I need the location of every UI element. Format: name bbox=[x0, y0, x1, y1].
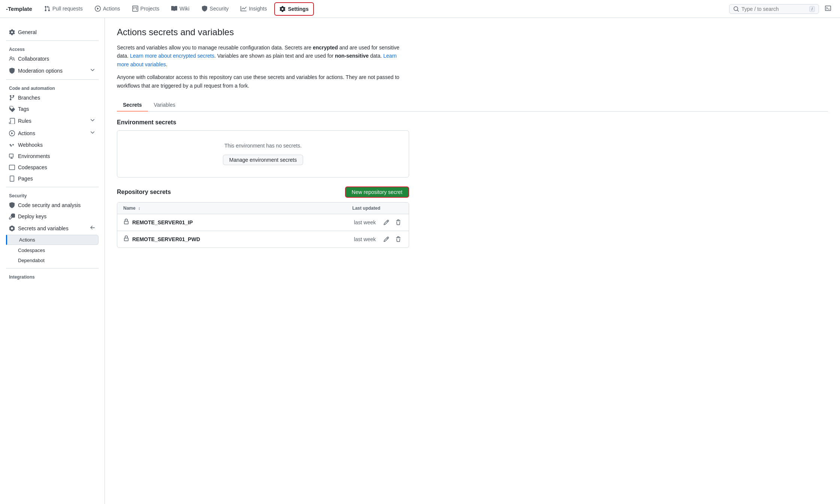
secret-actions-1 bbox=[382, 218, 403, 227]
insights-icon bbox=[241, 6, 247, 12]
sidebar-sub-dependabot-label: Dependabot bbox=[18, 258, 45, 263]
desc-text-4: data. bbox=[370, 53, 382, 59]
tab-security-label: Security bbox=[210, 6, 229, 12]
secret-name-text-1: REMOTE_SERVER01_IP bbox=[132, 219, 193, 225]
tab-wiki[interactable]: Wiki bbox=[165, 0, 195, 18]
codesecurity-icon bbox=[9, 202, 15, 208]
manage-env-secrets-button[interactable]: Manage environment secrets bbox=[223, 155, 303, 165]
tab-secrets[interactable]: Secrets bbox=[117, 99, 148, 112]
sidebar-sub-codespaces-label: Codespaces bbox=[18, 248, 45, 253]
top-nav: -Template Pull requests Actions bbox=[0, 0, 840, 18]
new-repo-secret-button[interactable]: New repository secret bbox=[345, 186, 409, 198]
codespaces-sidebar-icon bbox=[9, 164, 15, 170]
repo-secrets-header: Repository secrets New repository secret bbox=[117, 186, 409, 198]
desc-text-1: Secrets and variables allow you to manag… bbox=[117, 45, 311, 51]
content-tabs: Secrets Variables bbox=[117, 99, 828, 112]
sidebar-section-code: Code and automation bbox=[6, 83, 99, 92]
sidebar-item-webhooks[interactable]: Webhooks bbox=[6, 140, 99, 150]
desc-bold-1: encrypted bbox=[313, 45, 338, 51]
page-title: Actions secrets and variables bbox=[117, 27, 828, 37]
secret-name-text-2: REMOTE_SERVER01_PWD bbox=[132, 236, 200, 242]
search-bar[interactable]: / bbox=[729, 4, 819, 14]
sidebar-sub-item-actions[interactable]: Actions bbox=[6, 235, 99, 245]
sidebar-sub-actions-label: Actions bbox=[19, 237, 35, 243]
sidebar-pages-label: Pages bbox=[18, 176, 33, 182]
people-icon bbox=[9, 56, 15, 62]
secret-updated-2: last week bbox=[331, 236, 376, 242]
sidebar-item-codespaces[interactable]: Codespaces bbox=[6, 162, 99, 173]
branch-icon bbox=[9, 95, 15, 101]
secret-actions-2 bbox=[382, 235, 403, 244]
actions-nav-icon bbox=[95, 6, 101, 12]
tab-security[interactable]: Security bbox=[196, 0, 235, 18]
sidebar-sub-item-codespaces[interactable]: Codespaces bbox=[6, 246, 99, 255]
sidebar-item-deploy-keys[interactable]: Deploy keys bbox=[6, 211, 99, 222]
tab-variables[interactable]: Variables bbox=[148, 99, 181, 112]
tag-icon bbox=[9, 106, 15, 112]
sidebar-general-label: General bbox=[18, 29, 37, 35]
link-encrypted-secrets[interactable]: Learn more about encrypted secrets bbox=[130, 53, 214, 59]
sidebar-collaborators-label: Collaborators bbox=[18, 56, 49, 62]
sidebar-item-collaborators[interactable]: Collaborators bbox=[6, 54, 99, 64]
sidebar-item-tags[interactable]: Tags bbox=[6, 104, 99, 114]
delete-secret-2-button[interactable] bbox=[394, 235, 403, 244]
tab-actions-label: Actions bbox=[103, 6, 120, 12]
sidebar-sub-item-dependabot[interactable]: Dependabot bbox=[6, 256, 99, 265]
sidebar-item-secrets[interactable]: Secrets and variables bbox=[6, 222, 99, 234]
tab-pull-requests[interactable]: Pull requests bbox=[38, 0, 89, 18]
tab-settings[interactable]: Settings bbox=[274, 2, 314, 16]
env-secrets-empty-text: This environment has no secrets. bbox=[129, 143, 397, 149]
sidebar-item-environments[interactable]: Environments bbox=[6, 151, 99, 161]
sidebar-item-actions[interactable]: Actions bbox=[6, 127, 99, 139]
sidebar-item-code-security[interactable]: Code security and analysis bbox=[6, 200, 99, 210]
terminal-icon[interactable] bbox=[822, 4, 834, 14]
tab-actions[interactable]: Actions bbox=[89, 0, 126, 18]
edit-secret-2-button[interactable] bbox=[382, 235, 391, 244]
pr-icon bbox=[44, 6, 50, 12]
sidebar-environments-label: Environments bbox=[18, 153, 50, 159]
sidebar-branches-label: Branches bbox=[18, 95, 40, 101]
tab-projects[interactable]: Projects bbox=[126, 0, 166, 18]
table-row: REMOTE_SERVER01_PWD last week bbox=[117, 231, 409, 248]
sidebar-item-general[interactable]: General bbox=[6, 27, 99, 37]
sidebar-item-pages[interactable]: Pages bbox=[6, 173, 99, 184]
sidebar: General Access Collaborators Moderation … bbox=[0, 18, 105, 504]
nav-tabs: Pull requests Actions Projects bbox=[38, 0, 315, 18]
sidebar-code-security-label: Code security and analysis bbox=[18, 202, 81, 208]
content-area: Actions secrets and variables Secrets an… bbox=[105, 18, 840, 504]
chevron-secrets-icon bbox=[90, 225, 96, 232]
sidebar-item-moderation[interactable]: Moderation options bbox=[6, 65, 99, 76]
webhook-icon bbox=[9, 142, 15, 148]
repo-secrets-title: Repository secrets bbox=[117, 189, 171, 195]
chevron-rules-icon bbox=[90, 117, 96, 124]
sidebar-deploy-keys-label: Deploy keys bbox=[18, 213, 46, 219]
desc-text-3: Variables are shown as plain text and ar… bbox=[217, 53, 333, 59]
gear-icon bbox=[9, 29, 15, 35]
main-layout: General Access Collaborators Moderation … bbox=[0, 18, 840, 504]
sort-icon[interactable]: ↕ bbox=[138, 206, 140, 210]
sidebar-webhooks-label: Webhooks bbox=[18, 142, 43, 148]
sidebar-item-rules[interactable]: Rules bbox=[6, 115, 99, 127]
env-secrets-box: This environment has no secrets. Manage … bbox=[117, 130, 409, 177]
pages-icon bbox=[9, 176, 15, 182]
edit-secret-1-button[interactable] bbox=[382, 218, 391, 227]
sidebar-tags-label: Tags bbox=[18, 106, 29, 112]
tab-insights[interactable]: Insights bbox=[235, 0, 273, 18]
sidebar-actions-label: Actions bbox=[18, 130, 35, 136]
delete-secret-1-button[interactable] bbox=[394, 218, 403, 227]
desc-bold-2: non-sensitive bbox=[335, 53, 369, 59]
actions-sidebar-icon bbox=[9, 130, 15, 136]
secret-name-1: REMOTE_SERVER01_IP bbox=[123, 219, 331, 226]
tab-projects-label: Projects bbox=[140, 6, 160, 12]
secrets-table: Name ↕ Last updated REMOTE_SERVER01_IP l… bbox=[117, 202, 409, 248]
table-header-name: Name ↕ bbox=[123, 206, 335, 211]
key-icon bbox=[9, 213, 15, 219]
rules-icon bbox=[9, 118, 15, 124]
settings-icon bbox=[280, 6, 285, 12]
search-input[interactable] bbox=[741, 6, 807, 12]
sidebar-codespaces-label: Codespaces bbox=[18, 164, 47, 170]
repo-title: -Template bbox=[6, 6, 32, 12]
chevron-moderation-icon bbox=[90, 67, 96, 74]
sidebar-item-branches[interactable]: Branches bbox=[6, 92, 99, 103]
sidebar-section-integrations: Integrations bbox=[6, 271, 99, 281]
